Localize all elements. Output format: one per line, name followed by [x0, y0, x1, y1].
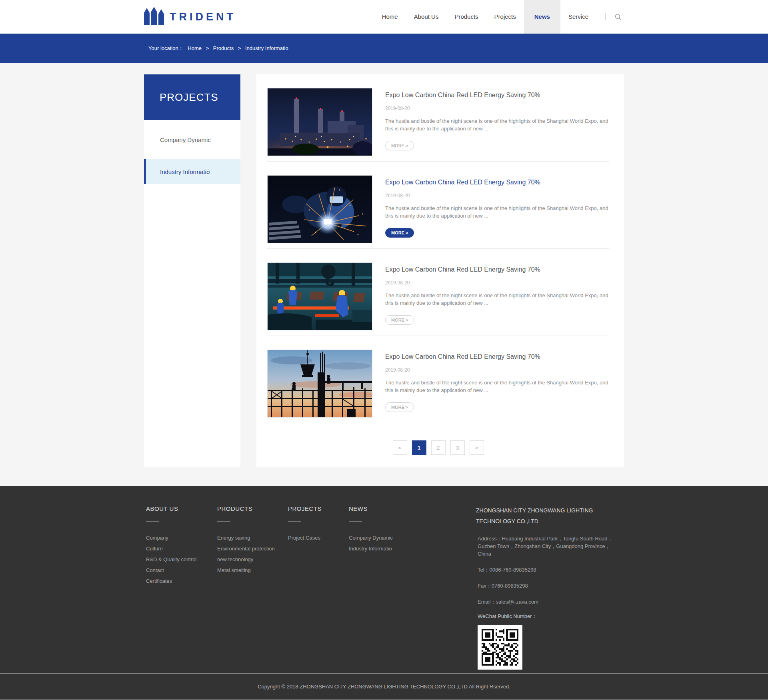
news-title[interactable]: Expo Low Carbon China Red LED Energy Sav…	[385, 266, 609, 273]
pagination-next[interactable]: >	[470, 440, 484, 455]
heading-underline	[349, 521, 362, 522]
footer-link[interactable]: Metal smelting	[217, 565, 288, 576]
heading-underline	[217, 521, 230, 522]
news-excerpt: The hustle and bustle of the night scene…	[385, 379, 609, 394]
news-title[interactable]: Expo Low Carbon China Red LED Energy Sav…	[385, 353, 609, 360]
news-item-info: Expo Low Carbon China Red LED Energy Sav…	[385, 350, 609, 418]
copyright-bar: Copyright © 2018 ZHONGSHAN CITY ZHONGWAN…	[0, 673, 768, 700]
news-image-construction-silhouette[interactable]	[267, 350, 372, 418]
news-item: Expo Low Carbon China Red LED Energy Sav…	[267, 162, 609, 249]
more-button[interactable]: MORE >	[385, 402, 414, 412]
footer-heading: PROJECTS	[288, 505, 349, 512]
breadcrumb-link-industry-informatio[interactable]: Industry Informatio	[245, 45, 288, 51]
footer-link[interactable]: Company	[146, 532, 217, 543]
footer-link[interactable]: new technology	[217, 554, 288, 565]
sidebar: PROJECTS Company Dynamic Industry Inform…	[144, 74, 240, 467]
pagination-page-3[interactable]: 3	[450, 440, 465, 455]
nav-item-about-us[interactable]: About Us	[406, 0, 447, 34]
news-title[interactable]: Expo Low Carbon China Red LED Energy Sav…	[385, 179, 609, 186]
pagination-page-2[interactable]: 2	[431, 440, 446, 455]
news-excerpt: The hustle and bustle of the night scene…	[385, 117, 609, 132]
breadcrumb-bar: Your location： Home > Products > Industr…	[0, 34, 768, 63]
heading-underline	[146, 521, 159, 522]
wechat-label: WeChat Public Number：	[476, 613, 622, 620]
news-item: Expo Low Carbon China Red LED Energy Sav…	[267, 249, 609, 336]
sidebar-item-industry-informatio[interactable]: Industry Informatio	[144, 159, 240, 184]
footer-link[interactable]: Energy saving	[217, 532, 288, 543]
footer-col-news: NEWS Company Dynamic Industry Informatio	[349, 505, 476, 673]
news-image-power-plant-night[interactable]	[267, 88, 372, 156]
news-item-info: Expo Low Carbon China Red LED Energy Sav…	[385, 262, 609, 330]
news-date: 2019-08-20	[385, 193, 609, 198]
company-name-line1: ZHONGSHAN CITY ZHONGWANG LIGHTING	[476, 505, 622, 516]
footer-link[interactable]: Culture	[146, 543, 217, 554]
footer-link[interactable]: Contact	[146, 565, 217, 576]
pagination: < 1 2 3 >	[267, 440, 609, 455]
breadcrumb-link-home[interactable]: Home	[188, 45, 202, 51]
company-address: Address：Huabang Industrial Park，Tongfu S…	[476, 535, 617, 558]
nav-item-news[interactable]: News	[524, 0, 560, 34]
footer-heading: NEWS	[349, 505, 476, 512]
more-button[interactable]: MORE >	[385, 315, 414, 325]
wechat-qr-code	[478, 625, 522, 670]
news-excerpt: The hustle and bustle of the night scene…	[385, 292, 609, 307]
nav-item-products[interactable]: Products	[446, 0, 486, 34]
news-image-steel-factory-workers[interactable]	[267, 262, 372, 330]
company-email: Email：sales@i-zava.com	[476, 598, 622, 606]
footer-link[interactable]: Certificates	[146, 576, 217, 586]
footer-col-products: PRODUCTS Energy saving Environmental pro…	[217, 505, 288, 673]
footer-link[interactable]: Environmental protection	[217, 543, 288, 554]
nav-item-projects[interactable]: Projects	[486, 0, 524, 34]
sidebar-item-company-dynamic[interactable]: Company Dynamic	[144, 127, 240, 152]
footer-heading: ABOUT US	[146, 505, 217, 512]
news-item-info: Expo Low Carbon China Red LED Energy Sav…	[385, 88, 609, 156]
nav-item-home[interactable]: Home	[374, 0, 406, 34]
heading-underline	[288, 521, 301, 522]
footer-company-info: ZHONGSHAN CITY ZHONGWANG LIGHTING TECHNO…	[476, 505, 622, 673]
news-list-panel: Expo Low Carbon China Red LED Energy Sav…	[256, 74, 624, 467]
breadcrumb-separator: >	[238, 45, 241, 51]
news-title[interactable]: Expo Low Carbon China Red LED Energy Sav…	[385, 92, 609, 99]
search-icon[interactable]	[612, 11, 624, 23]
footer-link[interactable]: Industry Informatio	[349, 543, 476, 554]
footer-link[interactable]: Project Cases	[288, 532, 349, 543]
footer-link[interactable]: R&D & Quality control	[146, 554, 217, 565]
news-image-welding-sparks[interactable]	[267, 175, 372, 243]
breadcrumb-prefix: Your location：	[148, 45, 184, 51]
sidebar-menu: Company Dynamic Industry Informatio	[144, 120, 240, 184]
nav-item-service[interactable]: Service	[560, 0, 596, 34]
trident-logo-icon	[144, 7, 164, 27]
nav-divider	[605, 13, 606, 20]
site-header: TRIDENT Home About Us Products Projects …	[0, 0, 768, 34]
news-date: 2019-08-20	[385, 280, 609, 286]
sidebar-title: PROJECTS	[144, 74, 240, 120]
copyright-text: Copyright © 2018 ZHONGSHAN CITY ZHONGWAN…	[258, 684, 510, 690]
company-name-line2: TECHNOLOGY CO.,LTD	[476, 516, 622, 527]
site-footer: ABOUT US Company Culture R&D & Quality c…	[0, 486, 768, 700]
news-item: Expo Low Carbon China Red LED Energy Sav…	[267, 336, 609, 423]
breadcrumb-separator: >	[206, 45, 209, 51]
news-item: Expo Low Carbon China Red LED Energy Sav…	[267, 74, 609, 162]
logo[interactable]: TRIDENT	[144, 7, 236, 27]
breadcrumb: Your location： Home > Products > Industr…	[144, 45, 624, 52]
news-item-info: Expo Low Carbon China Red LED Energy Sav…	[385, 175, 609, 243]
footer-col-projects: PROJECTS Project Cases	[288, 505, 349, 673]
company-fax: Fax：0760-89835298	[476, 582, 622, 590]
main-nav: Home About Us Products Projects News Ser…	[374, 0, 624, 34]
logo-text: TRIDENT	[170, 11, 236, 23]
pagination-prev[interactable]: <	[393, 440, 407, 455]
news-excerpt: The hustle and bustle of the night scene…	[385, 204, 609, 220]
footer-heading: PRODUCTS	[217, 505, 288, 512]
footer-col-about-us: ABOUT US Company Culture R&D & Quality c…	[144, 505, 217, 673]
pagination-page-1[interactable]: 1	[412, 440, 426, 455]
footer-link[interactable]: Company Dynamic	[349, 532, 476, 543]
news-date: 2019-08-20	[385, 367, 609, 373]
company-tel: Tel：0086-760-89835298	[476, 566, 622, 574]
content-area: PROJECTS Company Dynamic Industry Inform…	[0, 63, 768, 486]
breadcrumb-link-products[interactable]: Products	[213, 45, 234, 51]
news-date: 2019-08-20	[385, 106, 609, 111]
more-button[interactable]: MORE >	[385, 228, 414, 238]
more-button[interactable]: MORE >	[385, 141, 414, 150]
